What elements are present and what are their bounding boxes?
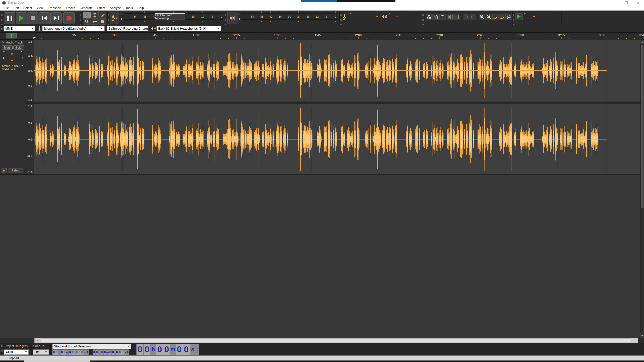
transport-toolbar-grabber[interactable] xyxy=(1,11,3,25)
track-close-icon[interactable]: ✕ xyxy=(2,40,5,44)
timeline-options-button[interactable] xyxy=(6,33,17,38)
fit-project-button[interactable] xyxy=(499,14,506,20)
horizontal-scrollbar-thumb[interactable] xyxy=(41,338,631,342)
time-digit[interactable]: 0 xyxy=(96,350,98,355)
vertical-scale-ruler[interactable]: 1.00.50.0-0.5-1.01.00.50.0-0.5-1.0 xyxy=(25,39,34,175)
record-button[interactable] xyxy=(63,12,75,24)
close-button[interactable]: ✕ xyxy=(632,0,644,6)
track-control-panel[interactable]: ✕ Audio Track Mute Solo − + L R Stereo, … xyxy=(0,39,25,175)
audio-position-field[interactable]: 00h00m00s xyxy=(136,344,199,355)
menu-help[interactable]: Help xyxy=(135,6,146,11)
selection-tool-button[interactable]: I xyxy=(83,12,91,18)
speed-slider-thumb[interactable] xyxy=(533,16,535,17)
menu-edit[interactable]: Edit xyxy=(11,6,21,11)
empty-track-area[interactable] xyxy=(0,175,640,338)
selection-start-field[interactable]: 00h00m00.000s xyxy=(52,349,89,355)
tools-toolbar-grabber[interactable] xyxy=(80,11,82,25)
time-digit[interactable]: 0 xyxy=(63,350,66,355)
time-digit[interactable]: 0 xyxy=(71,350,74,355)
time-digit[interactable]: 0 xyxy=(104,350,106,355)
mixer-toolbar-grabber[interactable] xyxy=(340,11,342,25)
waveform-channel-left[interactable] xyxy=(34,40,607,102)
time-digit[interactable]: 0 xyxy=(183,344,190,355)
time-digit[interactable]: 0 xyxy=(81,350,84,355)
undo-button[interactable] xyxy=(463,14,469,20)
selection-mode-select[interactable]: Start and End of Selection xyxy=(52,344,131,349)
time-digit[interactable]: 0 xyxy=(101,350,104,355)
time-digit[interactable]: 0 xyxy=(53,350,55,355)
scroll-down-button[interactable] xyxy=(640,333,644,338)
scroll-right-button[interactable]: › xyxy=(632,338,638,343)
play-at-speed-button[interactable] xyxy=(515,13,523,20)
recording-volume-thumb[interactable] xyxy=(376,16,378,17)
stop-button[interactable] xyxy=(27,12,38,24)
time-digit[interactable]: 0 xyxy=(176,344,183,355)
skip-to-end-button[interactable] xyxy=(50,12,62,24)
menu-tools[interactable]: Tools xyxy=(123,6,135,11)
scroll-up-button[interactable] xyxy=(640,39,644,44)
menu-tracks[interactable]: Tracks xyxy=(63,6,77,11)
playback-meter[interactable]: -54-48-42-36-30-24-18-12-60 xyxy=(242,12,337,22)
recording-device-select[interactable]: Microphone (DroidCam Audio) xyxy=(42,26,105,31)
time-digit[interactable]: 0 xyxy=(112,350,114,355)
snap-to-select[interactable]: Off xyxy=(33,349,49,355)
cut-button[interactable] xyxy=(426,14,432,20)
recording-volume-slider[interactable] xyxy=(350,17,379,17)
pan-slider-thumb[interactable] xyxy=(11,60,13,61)
menu-file[interactable]: File xyxy=(2,6,11,11)
time-digit[interactable]: 0 xyxy=(121,350,124,355)
audio-host-select[interactable]: MME xyxy=(4,26,35,31)
collapse-track-button[interactable] xyxy=(1,168,7,172)
minimize-button[interactable]: — xyxy=(609,0,620,6)
selection-toolbar-grabber[interactable] xyxy=(1,344,3,355)
time-digit[interactable]: 0 xyxy=(109,350,112,355)
redo-button[interactable] xyxy=(470,14,476,20)
skip-to-start-button[interactable] xyxy=(39,12,50,24)
playback-meter-speaker-button[interactable] xyxy=(227,12,237,24)
restore-button[interactable]: ❐ xyxy=(621,0,632,6)
playback-volume-thumb[interactable] xyxy=(396,16,397,17)
scroll-left-button[interactable]: ‹ xyxy=(34,338,40,343)
play-at-speed-grabber[interactable] xyxy=(512,11,514,25)
selection-end-field[interactable]: 00h00m00.000s xyxy=(93,349,129,355)
timeline-ruler[interactable]: 1530451:001:151:301:452:002:152:302:453:… xyxy=(16,33,644,39)
mute-button[interactable]: Mute xyxy=(2,45,13,50)
time-digit[interactable]: 0 xyxy=(163,344,170,355)
time-digit[interactable]: 0 xyxy=(78,350,81,355)
time-digit[interactable]: 0 xyxy=(75,350,78,355)
time-digit[interactable]: 0 xyxy=(93,350,96,355)
draw-tool-button[interactable] xyxy=(99,12,106,18)
gain-slider-thumb[interactable] xyxy=(11,53,13,55)
menu-generate[interactable]: Generate xyxy=(77,6,95,11)
time-field-spinner[interactable] xyxy=(127,350,129,355)
recording-meter-grabber[interactable] xyxy=(107,11,109,25)
playback-device-select[interactable]: Back IO Shield Headphones (2- H xyxy=(156,26,221,31)
zoom-in-button[interactable] xyxy=(479,14,485,20)
playback-volume-slider[interactable] xyxy=(389,17,417,17)
time-digit[interactable]: 0 xyxy=(156,344,163,355)
menu-effect[interactable]: Effect xyxy=(95,6,108,11)
fit-selection-button[interactable] xyxy=(492,14,499,20)
solo-button[interactable]: Solo xyxy=(13,45,24,50)
copy-button[interactable] xyxy=(432,14,439,20)
time-digit[interactable]: 0 xyxy=(137,344,144,355)
zoom-tool-button[interactable] xyxy=(83,18,91,25)
time-digit[interactable]: 0 xyxy=(69,350,71,355)
recording-channels-select[interactable]: 2 (Stereo) Recording Chann xyxy=(107,26,148,31)
play-button[interactable] xyxy=(16,12,27,24)
time-digit[interactable]: 0 xyxy=(144,344,151,355)
project-rate-select[interactable]: 44100 xyxy=(4,349,29,355)
track-select-button[interactable]: Select xyxy=(8,168,23,172)
pause-button[interactable] xyxy=(4,12,15,24)
time-shift-tool-button[interactable] xyxy=(91,18,99,25)
speed-slider[interactable] xyxy=(524,17,557,17)
playback-meter-grabber[interactable] xyxy=(225,11,226,25)
track-title-menu[interactable]: Audio Track xyxy=(6,41,27,44)
time-digit[interactable]: 0 xyxy=(55,350,58,355)
menu-transport[interactable]: Transport xyxy=(46,6,63,11)
waveform-channel-right[interactable] xyxy=(34,104,607,174)
time-digit[interactable]: 0 xyxy=(116,350,118,355)
monitoring-tooltip[interactable]: Click to Start Monitoring xyxy=(155,13,185,20)
multi-tool-button[interactable] xyxy=(99,18,106,25)
menu-analyze[interactable]: Analyze xyxy=(107,6,123,11)
